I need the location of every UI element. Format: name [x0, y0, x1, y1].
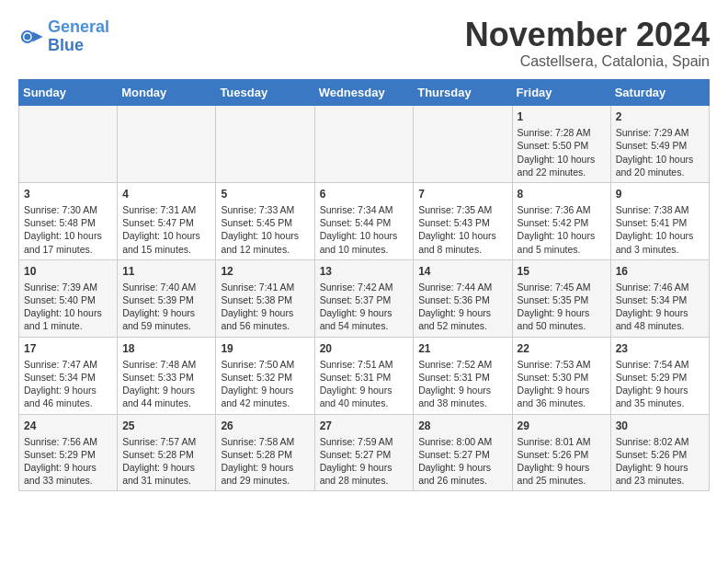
day-number: 13 — [320, 264, 409, 279]
day-info: Sunrise: 7:39 AM Sunset: 5:40 PM Dayligh… — [24, 281, 112, 333]
day-info: Sunrise: 8:00 AM Sunset: 5:27 PM Dayligh… — [418, 435, 506, 488]
calendar-cell — [216, 106, 314, 183]
calendar-cell: 19Sunrise: 7:50 AM Sunset: 5:32 PM Dayli… — [216, 337, 314, 414]
svg-point-3 — [24, 33, 30, 40]
day-number: 23 — [616, 341, 704, 356]
day-number: 8 — [518, 187, 606, 201]
day-number: 16 — [616, 264, 704, 279]
calendar-cell: 7Sunrise: 7:35 AM Sunset: 5:43 PM Daylig… — [414, 182, 512, 259]
day-info: Sunrise: 7:41 AM Sunset: 5:38 PM Dayligh… — [221, 281, 309, 333]
calendar-cell: 1Sunrise: 7:28 AM Sunset: 5:50 PM Daylig… — [512, 106, 610, 183]
day-number: 6 — [320, 187, 409, 201]
day-info: Sunrise: 7:48 AM Sunset: 5:33 PM Dayligh… — [122, 358, 210, 410]
day-number: 3 — [24, 187, 112, 201]
weekday-header-friday: Friday — [512, 80, 610, 106]
day-info: Sunrise: 7:57 AM Sunset: 5:28 PM Dayligh… — [122, 435, 210, 488]
logo-text: General Blue — [48, 18, 109, 55]
day-info: Sunrise: 7:31 AM Sunset: 5:47 PM Dayligh… — [122, 203, 210, 256]
calendar-cell: 13Sunrise: 7:42 AM Sunset: 5:37 PM Dayli… — [314, 259, 414, 337]
day-number: 24 — [24, 419, 112, 433]
day-number: 11 — [122, 264, 210, 279]
calendar-cell: 2Sunrise: 7:29 AM Sunset: 5:49 PM Daylig… — [610, 106, 709, 183]
calendar-cell: 23Sunrise: 7:54 AM Sunset: 5:29 PM Dayli… — [610, 337, 709, 414]
day-number: 12 — [221, 264, 309, 279]
day-info: Sunrise: 7:44 AM Sunset: 5:36 PM Dayligh… — [418, 281, 506, 333]
calendar-cell: 30Sunrise: 8:02 AM Sunset: 5:26 PM Dayli… — [610, 414, 709, 491]
calendar-week-row: 10Sunrise: 7:39 AM Sunset: 5:40 PM Dayli… — [19, 259, 710, 337]
calendar-body: 1Sunrise: 7:28 AM Sunset: 5:50 PM Daylig… — [19, 106, 710, 491]
day-number: 15 — [518, 264, 606, 279]
location-subtitle: Castellsera, Catalonia, Spain — [465, 53, 710, 70]
day-number: 20 — [320, 341, 409, 356]
calendar-cell: 12Sunrise: 7:41 AM Sunset: 5:38 PM Dayli… — [216, 259, 314, 337]
svg-marker-1 — [32, 31, 42, 41]
day-info: Sunrise: 7:28 AM Sunset: 5:50 PM Dayligh… — [518, 126, 606, 178]
calendar-week-row: 17Sunrise: 7:47 AM Sunset: 5:34 PM Dayli… — [19, 337, 710, 414]
calendar-cell — [19, 106, 118, 183]
day-info: Sunrise: 7:42 AM Sunset: 5:37 PM Dayligh… — [320, 281, 409, 333]
calendar-cell: 17Sunrise: 7:47 AM Sunset: 5:34 PM Dayli… — [19, 337, 118, 414]
weekday-header-monday: Monday — [118, 80, 216, 106]
calendar-cell: 18Sunrise: 7:48 AM Sunset: 5:33 PM Dayli… — [118, 337, 216, 414]
weekday-header-sunday: Sunday — [19, 80, 118, 106]
day-number: 5 — [221, 187, 309, 201]
day-number: 1 — [518, 109, 606, 124]
day-number: 21 — [418, 341, 506, 356]
day-number: 19 — [221, 341, 309, 356]
day-info: Sunrise: 7:34 AM Sunset: 5:44 PM Dayligh… — [320, 203, 409, 256]
day-info: Sunrise: 8:02 AM Sunset: 5:26 PM Dayligh… — [616, 435, 704, 488]
calendar-cell: 20Sunrise: 7:51 AM Sunset: 5:31 PM Dayli… — [314, 337, 414, 414]
calendar-cell: 6Sunrise: 7:34 AM Sunset: 5:44 PM Daylig… — [314, 182, 414, 259]
day-number: 2 — [616, 109, 704, 124]
calendar-cell: 3Sunrise: 7:30 AM Sunset: 5:48 PM Daylig… — [19, 182, 118, 259]
calendar-cell: 11Sunrise: 7:40 AM Sunset: 5:39 PM Dayli… — [118, 259, 216, 337]
calendar-week-row: 1Sunrise: 7:28 AM Sunset: 5:50 PM Daylig… — [19, 106, 710, 183]
day-info: Sunrise: 8:01 AM Sunset: 5:26 PM Dayligh… — [518, 435, 606, 488]
day-number: 26 — [221, 419, 309, 433]
day-info: Sunrise: 7:54 AM Sunset: 5:29 PM Dayligh… — [616, 358, 704, 410]
day-info: Sunrise: 7:59 AM Sunset: 5:27 PM Dayligh… — [320, 435, 409, 488]
day-info: Sunrise: 7:50 AM Sunset: 5:32 PM Dayligh… — [221, 358, 309, 410]
calendar-cell: 21Sunrise: 7:52 AM Sunset: 5:31 PM Dayli… — [414, 337, 512, 414]
calendar-cell: 29Sunrise: 8:01 AM Sunset: 5:26 PM Dayli… — [512, 414, 610, 491]
page-header: General Blue November 2024 Castellsera, … — [18, 18, 710, 70]
calendar-cell: 26Sunrise: 7:58 AM Sunset: 5:28 PM Dayli… — [216, 414, 314, 491]
day-number: 18 — [122, 341, 210, 356]
weekday-header-saturday: Saturday — [610, 80, 709, 106]
day-info: Sunrise: 7:40 AM Sunset: 5:39 PM Dayligh… — [122, 281, 210, 333]
day-info: Sunrise: 7:29 AM Sunset: 5:49 PM Dayligh… — [616, 126, 704, 178]
day-info: Sunrise: 7:52 AM Sunset: 5:31 PM Dayligh… — [418, 358, 506, 410]
calendar-cell: 5Sunrise: 7:33 AM Sunset: 5:45 PM Daylig… — [216, 182, 314, 259]
calendar-week-row: 3Sunrise: 7:30 AM Sunset: 5:48 PM Daylig… — [19, 182, 710, 259]
day-number: 22 — [518, 341, 606, 356]
calendar-cell: 8Sunrise: 7:36 AM Sunset: 5:42 PM Daylig… — [512, 182, 610, 259]
calendar-week-row: 24Sunrise: 7:56 AM Sunset: 5:29 PM Dayli… — [19, 414, 710, 491]
day-number: 28 — [418, 419, 506, 433]
weekday-header-wednesday: Wednesday — [314, 80, 414, 106]
day-number: 14 — [418, 264, 506, 279]
calendar-header: SundayMondayTuesdayWednesdayThursdayFrid… — [19, 80, 710, 106]
logo: General Blue — [18, 18, 109, 55]
calendar-cell: 4Sunrise: 7:31 AM Sunset: 5:47 PM Daylig… — [118, 182, 216, 259]
calendar-cell: 27Sunrise: 7:59 AM Sunset: 5:27 PM Dayli… — [314, 414, 414, 491]
day-number: 17 — [24, 341, 112, 356]
day-info: Sunrise: 7:46 AM Sunset: 5:34 PM Dayligh… — [616, 281, 704, 333]
calendar-cell: 14Sunrise: 7:44 AM Sunset: 5:36 PM Dayli… — [414, 259, 512, 337]
day-info: Sunrise: 7:53 AM Sunset: 5:30 PM Dayligh… — [518, 358, 606, 410]
calendar-cell — [414, 106, 512, 183]
day-info: Sunrise: 7:35 AM Sunset: 5:43 PM Dayligh… — [418, 203, 506, 256]
day-info: Sunrise: 7:58 AM Sunset: 5:28 PM Dayligh… — [221, 435, 309, 488]
day-info: Sunrise: 7:51 AM Sunset: 5:31 PM Dayligh… — [320, 358, 409, 410]
calendar-cell: 16Sunrise: 7:46 AM Sunset: 5:34 PM Dayli… — [610, 259, 709, 337]
day-number: 9 — [616, 187, 704, 201]
weekday-header-thursday: Thursday — [414, 80, 512, 106]
day-info: Sunrise: 7:33 AM Sunset: 5:45 PM Dayligh… — [221, 203, 309, 256]
weekday-header-tuesday: Tuesday — [216, 80, 314, 106]
calendar-cell: 10Sunrise: 7:39 AM Sunset: 5:40 PM Dayli… — [19, 259, 118, 337]
month-year-title: November 2024 — [465, 18, 710, 52]
calendar-cell: 22Sunrise: 7:53 AM Sunset: 5:30 PM Dayli… — [512, 337, 610, 414]
day-number: 4 — [122, 187, 210, 201]
day-number: 10 — [24, 264, 112, 279]
calendar-cell: 15Sunrise: 7:45 AM Sunset: 5:35 PM Dayli… — [512, 259, 610, 337]
day-info: Sunrise: 7:30 AM Sunset: 5:48 PM Dayligh… — [24, 203, 112, 256]
